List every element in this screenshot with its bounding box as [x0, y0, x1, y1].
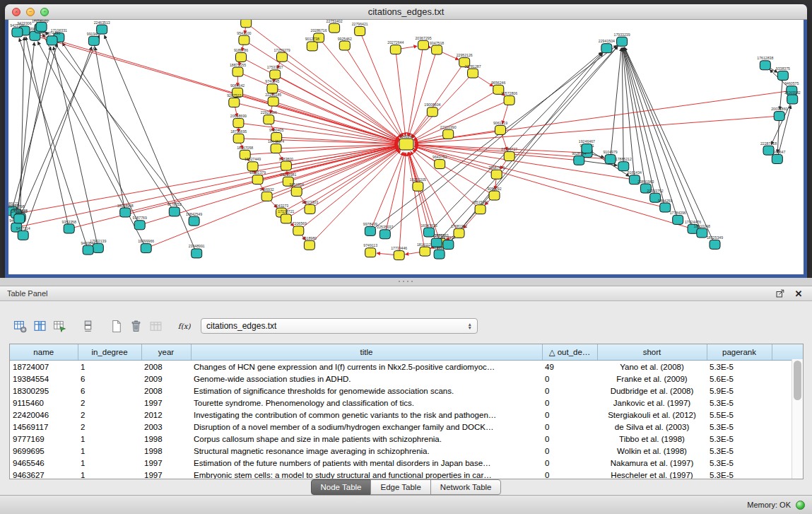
cell-out_degree[interactable]: 0: [542, 373, 597, 385]
cell-name[interactable]: 18724007: [10, 361, 78, 373]
cell-year[interactable]: 1998: [141, 433, 191, 445]
cell-title[interactable]: Investigating the contribution of common…: [191, 409, 542, 421]
cell-out_degree[interactable]: 49: [542, 361, 597, 373]
column-header-short[interactable]: short: [597, 344, 707, 361]
cell-name[interactable]: 18300295: [10, 385, 78, 397]
cell-in_degree[interactable]: 1: [78, 445, 141, 457]
cell-short[interactable]: Wolkin et al. (1998): [597, 445, 707, 457]
table-row[interactable]: 977716911998Corpus callosum shape and si…: [10, 433, 803, 445]
cell-pagerank[interactable]: 5.6E-5: [707, 373, 772, 385]
cell-year[interactable]: 1997: [141, 457, 191, 469]
cell-short[interactable]: de Silva et al. (2003): [597, 421, 707, 433]
column-header-in_degree[interactable]: in_degree: [78, 344, 141, 361]
cell-in_degree[interactable]: 1: [78, 457, 141, 469]
cell-name[interactable]: 9463627: [10, 469, 78, 479]
minimize-window-button[interactable]: −: [26, 8, 35, 16]
create-column-button[interactable]: [51, 317, 68, 334]
cell-in_degree[interactable]: 2: [78, 397, 141, 409]
cell-title[interactable]: Structural magnetic resonance image aver…: [191, 445, 542, 457]
column-header-year[interactable]: year: [141, 344, 191, 361]
cell-name[interactable]: 14569117: [10, 421, 78, 433]
cell-pagerank[interactable]: 5.3E-5: [707, 457, 772, 469]
close-panel-icon[interactable]: ✕: [792, 288, 805, 299]
cell-out_degree[interactable]: 0: [542, 409, 597, 421]
cell-in_degree[interactable]: 6: [78, 385, 141, 397]
network-selector[interactable]: citations_edges.txt ▲▼: [201, 318, 478, 334]
cell-year[interactable]: 2008: [141, 361, 191, 373]
cell-pagerank[interactable]: 5.3E-5: [707, 469, 772, 479]
zoom-window-button[interactable]: +: [40, 8, 49, 16]
cell-out_degree[interactable]: 0: [542, 469, 597, 479]
float-panel-icon[interactable]: [774, 288, 787, 299]
table-scrollbar[interactable]: [792, 359, 803, 479]
cell-out_degree[interactable]: 0: [542, 433, 597, 445]
cell-year[interactable]: 1997: [141, 397, 191, 409]
cell-short[interactable]: Yano et al. (2008): [597, 361, 707, 373]
table-row[interactable]: 1830029562008Estimation of significance …: [10, 385, 803, 397]
column-header-name[interactable]: name: [10, 344, 78, 361]
row-options-button[interactable]: [79, 317, 96, 334]
table-settings-button[interactable]: [11, 317, 28, 334]
table-row[interactable]: 1456911722003Disruption of a novel membe…: [10, 421, 803, 433]
function-builder-button[interactable]: f(x): [175, 317, 192, 334]
table-scrollbar-thumb[interactable]: [794, 361, 801, 400]
table-row[interactable]: 946554611997Estimation of the future num…: [10, 457, 803, 469]
column-header-title[interactable]: title: [191, 344, 542, 361]
tab-network-table[interactable]: Network Table: [430, 479, 502, 495]
show-columns-button[interactable]: [31, 317, 48, 334]
cell-pagerank[interactable]: 5.3E-5: [707, 433, 772, 445]
table-row[interactable]: 1872400712008Changes of HCN gene express…: [10, 361, 803, 373]
cell-name[interactable]: 9115460: [10, 397, 78, 409]
cell-short[interactable]: Nakamura et al. (1997): [597, 457, 707, 469]
cell-name[interactable]: 19384554: [10, 373, 78, 385]
table-row[interactable]: 911546021997Tourette syndrome. Phenomeno…: [10, 397, 803, 409]
cell-out_degree[interactable]: 0: [542, 421, 597, 433]
cell-pagerank[interactable]: 5.3E-5: [707, 397, 772, 409]
panel-splitter[interactable]: [0, 278, 812, 286]
cell-title[interactable]: Tourette syndrome. Phenomenology and cla…: [191, 397, 542, 409]
cell-title[interactable]: Embryonic stem cells: a model to study s…: [191, 469, 542, 479]
table-row[interactable]: 969969511998Structural magnetic resonanc…: [10, 445, 803, 457]
cell-year[interactable]: 2008: [141, 385, 191, 397]
cell-year[interactable]: 1998: [141, 445, 191, 457]
cell-out_degree[interactable]: 0: [542, 397, 597, 409]
cell-pagerank[interactable]: 5.9E-5: [707, 385, 772, 397]
table-row[interactable]: 2242004622012Investigating the contribut…: [10, 409, 803, 421]
cell-pagerank[interactable]: 5.3E-5: [707, 421, 772, 433]
cell-in_degree[interactable]: 6: [78, 373, 141, 385]
new-table-button[interactable]: [107, 317, 124, 334]
cell-short[interactable]: Tibbo et al. (1998): [597, 433, 707, 445]
cell-short[interactable]: Dudbridge et al. (2008): [597, 385, 707, 397]
cell-in_degree[interactable]: 2: [78, 421, 141, 433]
cell-name[interactable]: 9465546: [10, 457, 78, 469]
cell-title[interactable]: Disruption of a novel member of a sodium…: [191, 421, 542, 433]
cell-name[interactable]: 9699695: [10, 445, 78, 457]
cell-year[interactable]: 2003: [141, 421, 191, 433]
cell-title[interactable]: Corpus callosum shape and size in male p…: [191, 433, 542, 445]
cell-year[interactable]: 2012: [141, 409, 191, 421]
cell-pagerank[interactable]: 5.5E-5: [707, 409, 772, 421]
cell-out_degree[interactable]: 0: [542, 445, 597, 457]
cell-out_degree[interactable]: 0: [542, 457, 597, 469]
cell-year[interactable]: 2009: [141, 373, 191, 385]
column-header-out_degree[interactable]: △ out_de…: [542, 344, 597, 361]
close-window-button[interactable]: ×: [12, 8, 20, 16]
cell-name[interactable]: 22420046: [10, 409, 78, 421]
cell-pagerank[interactable]: 5.3E-5: [707, 445, 772, 457]
cell-short[interactable]: Franke et al. (2009): [597, 373, 707, 385]
cell-short[interactable]: Stergiakouli et al. (2012): [597, 409, 707, 421]
cell-year[interactable]: 1997: [141, 469, 191, 479]
cell-in_degree[interactable]: 2: [78, 409, 141, 421]
cell-title[interactable]: Genome-wide association studies in ADHD.: [191, 373, 542, 385]
delete-column-button[interactable]: [127, 317, 144, 334]
cell-short[interactable]: Jankovic et al. (1997): [597, 397, 707, 409]
tab-edge-table[interactable]: Edge Table: [370, 479, 430, 495]
cell-out_degree[interactable]: 0: [542, 385, 597, 397]
cell-title[interactable]: Estimation of significance thresholds fo…: [191, 385, 542, 397]
cell-in_degree[interactable]: 1: [78, 433, 141, 445]
cell-in_degree[interactable]: 1: [78, 469, 141, 479]
tab-node-table[interactable]: Node Table: [311, 479, 372, 495]
cell-pagerank[interactable]: 5.3E-5: [707, 361, 772, 373]
cell-name[interactable]: 9777169: [10, 433, 78, 445]
cell-short[interactable]: Hescheler et al. (1997): [597, 469, 707, 479]
